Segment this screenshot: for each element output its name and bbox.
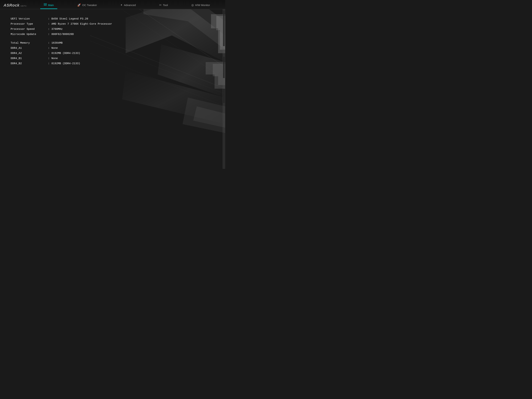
svg-rect-19: [44, 3, 45, 4]
info-value-6: 8192MB (DDR4-2133): [51, 52, 80, 55]
info-row-0: UEFI Version:B450 Steel Legend P3.20: [11, 16, 215, 21]
info-row-4: Total Memory:16384MB: [11, 40, 215, 45]
svg-rect-23: [45, 4, 47, 4]
system-info-table: UEFI Version:B450 Steel Legend P3.20Proc…: [11, 16, 215, 66]
info-label-2: Processor Speed: [11, 28, 46, 31]
nav-icon-oc-tweaker: 🚀: [77, 3, 81, 7]
nav-item-main[interactable]: Main: [40, 1, 57, 9]
info-colon-8: :: [46, 62, 51, 65]
nav-item-tool[interactable]: ✂Tool: [156, 1, 171, 9]
nav-icon-hw-monitor: ◎: [191, 3, 194, 7]
nav-label-advanced: Advanced: [124, 4, 136, 6]
info-value-8: 8192MB (DDR4-2133): [51, 62, 80, 65]
info-value-3: 800F82/800820D: [51, 33, 74, 36]
info-value-4: 16384MB: [51, 42, 63, 44]
svg-rect-20: [44, 4, 45, 4]
info-label-0: UEFI Version: [11, 17, 46, 20]
nav-icon-advanced: ✦: [120, 4, 122, 6]
info-row-2: Processor Speed:3700MHz: [11, 27, 215, 32]
info-label-3: Microcode Update: [11, 33, 46, 36]
info-colon-6: :: [46, 52, 51, 55]
svg-marker-3: [122, 71, 225, 124]
nav-menu: Main🚀OC Tweaker✦Advanced✂Tool◎H/W Monito…: [32, 1, 222, 9]
info-label-1: Processor Type: [11, 23, 46, 25]
info-colon-4: :: [46, 42, 51, 44]
uefi-label: UEFI: [21, 5, 27, 7]
nav-icon-tool: ✂: [159, 3, 162, 7]
info-row-1: Processor Type:AMD Ryzen 7 2700X Eight-C…: [11, 21, 215, 27]
svg-marker-9: [193, 106, 225, 128]
info-label-8: DDR4_B2: [11, 62, 46, 65]
info-label-4: Total Memory: [11, 42, 46, 44]
info-row-5: DDR4_A1:None: [11, 45, 215, 51]
info-value-7: None: [51, 57, 58, 60]
header: ASRock UEFI Main🚀OC Tweaker✦Advanced✂Too…: [0, 0, 225, 9]
nav-item-hw-monitor[interactable]: ◎H/W Monitor: [188, 1, 214, 9]
svg-rect-22: [45, 3, 47, 4]
svg-marker-8: [183, 98, 225, 133]
main-content: UEFI Version:B450 Steel Legend P3.20Proc…: [0, 9, 225, 73]
info-row-8: DDR4_B2:8192MB (DDR4-2133): [11, 61, 215, 66]
nav-icon-main: [44, 3, 47, 7]
nav-item-advanced[interactable]: ✦Advanced: [117, 1, 139, 9]
info-value-1: AMD Ryzen 7 2700X Eight-Core Processor: [51, 23, 112, 25]
brand-name: ASRock: [4, 3, 19, 8]
info-value-0: B450 Steel Legend P3.20: [51, 17, 88, 20]
info-row-6: DDR4_A2:8192MB (DDR4-2133): [11, 51, 215, 56]
svg-rect-25: [44, 5, 47, 6]
info-colon-1: :: [46, 23, 51, 25]
nav-label-oc-tweaker: OC Tweaker: [82, 4, 97, 6]
info-value-2: 3700MHz: [51, 28, 63, 31]
info-colon-0: :: [46, 17, 51, 20]
svg-rect-24: [45, 5, 47, 5]
svg-rect-21: [44, 5, 45, 5]
info-colon-5: :: [46, 47, 51, 50]
info-label-6: DDR4_A2: [11, 52, 46, 55]
info-label-5: DDR4_A1: [11, 47, 46, 50]
info-colon-2: :: [46, 28, 51, 31]
info-colon-7: :: [46, 57, 51, 60]
nav-label-tool: Tool: [163, 4, 168, 6]
logo: ASRock UEFI: [4, 3, 27, 8]
info-value-5: None: [51, 47, 58, 50]
info-label-7: DDR4_B1: [11, 57, 46, 60]
info-colon-3: :: [46, 33, 51, 36]
nav-label-main: Main: [48, 4, 54, 6]
info-row-3: Microcode Update:800F82/800820D: [11, 32, 215, 37]
info-row-7: DDR4_B1:None: [11, 56, 215, 61]
nav-label-hw-monitor: H/W Monitor: [195, 4, 210, 6]
nav-item-oc-tweaker[interactable]: 🚀OC Tweaker: [74, 1, 101, 9]
svg-rect-18: [223, 89, 225, 103]
